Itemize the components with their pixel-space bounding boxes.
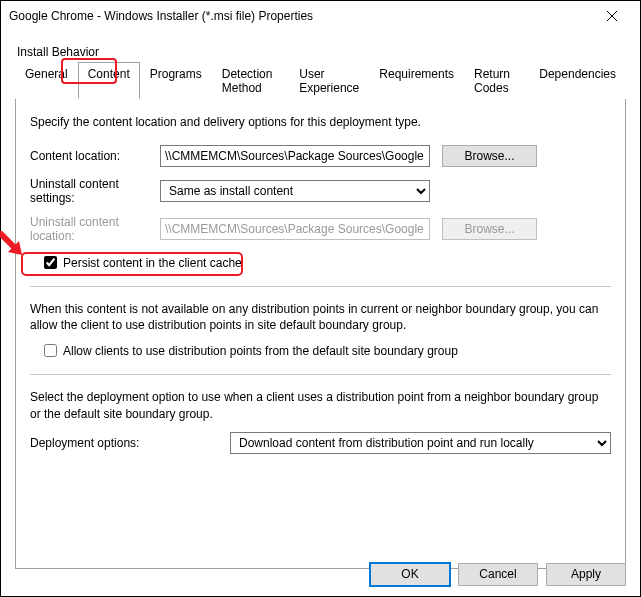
apply-button[interactable]: Apply bbox=[546, 563, 626, 586]
deployment-description: Select the deployment option to use when… bbox=[30, 389, 611, 421]
deployment-options-select[interactable]: Download content from distribution point… bbox=[230, 432, 611, 454]
content-tab-panel: Specify the content location and deliver… bbox=[15, 99, 626, 569]
deployment-options-row: Deployment options: Download content fro… bbox=[30, 432, 611, 454]
ok-button[interactable]: OK bbox=[370, 563, 450, 586]
divider-2 bbox=[30, 374, 611, 375]
divider-1 bbox=[30, 286, 611, 287]
tab-general[interactable]: General bbox=[15, 62, 78, 99]
uninstall-settings-select[interactable]: Same as install content bbox=[160, 180, 430, 202]
tab-dependencies[interactable]: Dependencies bbox=[529, 62, 626, 99]
titlebar: Google Chrome - Windows Installer (*.msi… bbox=[1, 1, 640, 31]
deployment-options-label: Deployment options: bbox=[30, 436, 230, 450]
allow-fallback-label: Allow clients to use distribution points… bbox=[63, 344, 458, 358]
tab-programs[interactable]: Programs bbox=[140, 62, 212, 99]
uninstall-settings-label: Uninstall content settings: bbox=[30, 177, 160, 205]
persist-cache-checkbox[interactable] bbox=[44, 256, 57, 269]
install-behavior-label: Install Behavior bbox=[17, 45, 626, 59]
content-location-label: Content location: bbox=[30, 149, 160, 163]
uninstall-settings-row: Uninstall content settings: Same as inst… bbox=[30, 177, 611, 205]
content-location-row: Content location: Browse... bbox=[30, 145, 611, 167]
svg-marker-2 bbox=[0, 233, 20, 253]
content-area: Install Behavior General Content Program… bbox=[1, 31, 640, 581]
tab-user-experience[interactable]: User Experience bbox=[289, 62, 369, 99]
browse-button[interactable]: Browse... bbox=[442, 145, 537, 167]
tab-bar: General Content Programs Detection Metho… bbox=[15, 61, 626, 99]
tab-return-codes[interactable]: Return Codes bbox=[464, 62, 529, 99]
uninstall-location-row: Uninstall content location: Browse... bbox=[30, 215, 611, 243]
tab-detection-method[interactable]: Detection Method bbox=[212, 62, 290, 99]
allow-fallback-row: Allow clients to use distribution points… bbox=[40, 341, 611, 360]
browse-uninstall-button: Browse... bbox=[442, 218, 537, 240]
close-button[interactable] bbox=[592, 2, 632, 30]
annotation-arrow-icon bbox=[0, 231, 28, 261]
panel-description: Specify the content location and deliver… bbox=[30, 115, 611, 129]
uninstall-location-label: Uninstall content location: bbox=[30, 215, 160, 243]
persist-cache-label: Persist content in the client cache bbox=[63, 256, 242, 270]
svg-marker-3 bbox=[8, 241, 22, 255]
dialog-button-bar: OK Cancel Apply bbox=[370, 563, 626, 586]
cancel-button[interactable]: Cancel bbox=[458, 563, 538, 586]
close-icon bbox=[607, 11, 617, 21]
uninstall-location-input bbox=[160, 218, 430, 240]
tab-requirements[interactable]: Requirements bbox=[369, 62, 464, 99]
tab-content[interactable]: Content bbox=[78, 62, 140, 99]
persist-cache-row: Persist content in the client cache bbox=[40, 253, 611, 272]
properties-dialog: Google Chrome - Windows Installer (*.msi… bbox=[0, 0, 641, 597]
window-title: Google Chrome - Windows Installer (*.msi… bbox=[9, 9, 592, 23]
content-location-input[interactable] bbox=[160, 145, 430, 167]
fallback-description: When this content is not available on an… bbox=[30, 301, 611, 333]
allow-fallback-checkbox[interactable] bbox=[44, 344, 57, 357]
